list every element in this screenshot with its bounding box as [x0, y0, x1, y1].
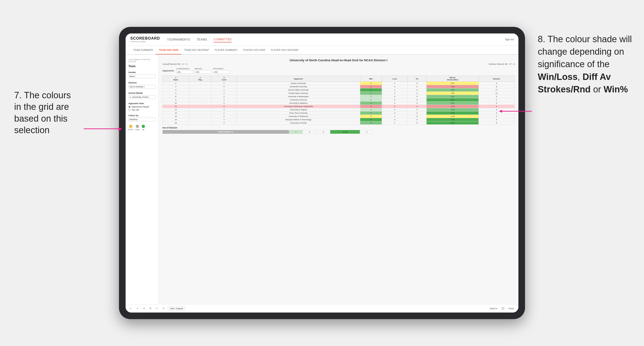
cell-rounds: 9	[478, 121, 514, 125]
cell-rounds: 17	[478, 88, 514, 92]
cell-win: 1	[360, 95, 382, 98]
dot-green	[142, 125, 145, 128]
radio-opponents-played[interactable]: Opponents Played	[128, 106, 156, 108]
gender-select[interactable]: Men's	[128, 74, 156, 78]
watch-btn[interactable]: Watch ▾	[488, 307, 499, 310]
nav-teams[interactable]: TEAMS	[197, 37, 207, 42]
col-conf: #Conf	[211, 76, 236, 82]
region-select[interactable]: (All)	[195, 70, 211, 74]
sidebar-team-section: Team	[128, 65, 156, 68]
tab-player-summary[interactable]: PLAYER SUMMARY	[212, 46, 240, 54]
nav-committee[interactable]: COMMITTEE	[214, 37, 232, 42]
cell-conf: 2	[211, 95, 236, 98]
clock-btn[interactable]: ⏱	[161, 307, 166, 310]
division-select[interactable]: NCAA Division I	[128, 85, 156, 89]
cell-loss: 1	[382, 82, 408, 85]
cell-rounds: 9	[478, 118, 514, 121]
cell-conf: 2	[211, 121, 236, 125]
cell-opponent: Florida State University	[236, 92, 360, 95]
conference-select[interactable]: (All)	[176, 70, 193, 74]
comment-btn[interactable]: 💬	[500, 307, 506, 310]
table-row: 3 2 Vanderbilt University 0 4 0 -2.29 8	[163, 85, 515, 88]
filter-row: Opponents: Conference (All) Region (All)	[162, 68, 515, 74]
cell-diff: 2.61	[426, 102, 478, 105]
radio-top-100[interactable]: Top 100	[128, 109, 156, 111]
nav-tournaments[interactable]: TOURNAMENTS	[167, 37, 190, 42]
table-row: 12 3 University of Virginia 1 0 0 2.33 3	[163, 108, 515, 112]
refresh-btn[interactable]: ↺	[142, 307, 146, 310]
grid-area: University of North Carolina Head-to-Hea…	[159, 55, 518, 304]
redo-btn[interactable]: ↪	[135, 307, 140, 310]
cell-loss: 0	[382, 102, 408, 105]
cell-tie: 0	[408, 105, 426, 108]
tab-player-h2h-heatmap[interactable]: PLAYER H2H HEATMAP	[268, 46, 302, 54]
cell-reg: -	[189, 98, 212, 102]
cell-conf: 3	[211, 108, 236, 112]
cell-tie: 0	[408, 121, 426, 125]
cell-conf: 1	[211, 88, 236, 92]
view-label[interactable]: View: Original	[168, 307, 185, 310]
opponent-label: Opponent	[213, 68, 230, 70]
colour-select[interactable]: Win/loss	[128, 118, 156, 121]
color-down: Down	[128, 125, 133, 131]
opponent-select[interactable]: (All)	[213, 70, 230, 74]
col-rounds: Rounds	[478, 76, 514, 82]
cell-rank: 14	[163, 115, 189, 118]
cell-diff: 6.62	[426, 121, 478, 125]
cell-diff: 1.67	[426, 82, 478, 85]
sidebar-opponent-section: Opponent View Opponents Played Top 100	[128, 102, 156, 111]
cell-reg	[189, 115, 212, 118]
col-tie: Tie	[408, 76, 426, 82]
cell-loss: 0	[382, 98, 408, 102]
cell-opponent: Auburn University	[236, 82, 360, 85]
table-row: 14 2 University of Oklahoma 0 1 0 -1.00 …	[163, 115, 515, 118]
tab-player-h2h-grid[interactable]: PLAYER H2H GRID	[240, 46, 268, 54]
undo-btn[interactable]: ↩	[128, 307, 133, 310]
radio-selected-icon	[128, 106, 130, 108]
annotation-step-right: 8.	[538, 34, 545, 44]
cell-tie: 0	[408, 112, 426, 115]
share-btn[interactable]: Share	[507, 307, 516, 310]
nav-links: TOURNAMENTS TEAMS COMMITTEE	[167, 37, 505, 42]
top-nav: SCOREBOARD Powered by clippd TOURNAMENTS…	[126, 33, 518, 46]
radio-unselected-icon	[128, 109, 130, 111]
school-select[interactable]: 1. University of Nort...	[128, 95, 156, 99]
color-level: Level	[135, 125, 140, 131]
cell-loss: 1	[382, 88, 408, 92]
copy-btn[interactable]: ⧉	[148, 306, 152, 310]
cell-conf: 4	[211, 118, 236, 121]
tab-team-h2h-heatmap[interactable]: TEAM H2H HEATMAP	[181, 46, 212, 54]
cell-conf: 6	[211, 105, 236, 108]
cell-tie: 0	[408, 102, 426, 105]
cell-loss: 1	[382, 105, 408, 108]
cell-win: 0	[360, 85, 382, 88]
table-row: 8 2 University of Washington 1 0 0 3.67 …	[163, 95, 515, 98]
toolbar-right: Watch ▾ 💬 Share	[488, 307, 516, 310]
sidebar-opponent-view-label: Opponent View	[128, 102, 156, 105]
cell-rounds: 3	[478, 95, 514, 98]
opponent-filter: Opponent (All)	[213, 68, 230, 74]
cell-rounds: 3	[478, 115, 514, 118]
tab-team-summary[interactable]: TEAM SUMMARY	[130, 46, 156, 54]
conference-filter: Conference (All)	[176, 68, 193, 74]
sidebar-division-label: Division	[128, 82, 156, 84]
cell-rank: 13	[163, 112, 189, 115]
cell-rounds: 2	[478, 98, 514, 102]
cell-diff: 5.56	[426, 112, 478, 115]
sidebar-colour-section: Colour by Win/loss	[128, 114, 156, 121]
sign-out-link[interactable]: Sign out	[505, 38, 514, 41]
cell-tie: 0	[408, 108, 426, 112]
cell-opponent: University of Arizona	[236, 98, 360, 102]
cell-opponent: University of Florida	[236, 121, 360, 125]
cell-loss: 0	[382, 108, 408, 112]
tab-team-h2h-grid[interactable]: TEAM H2H GRID	[156, 46, 181, 54]
bottom-toolbar: ↩ ↪ ↺ ⧉ ✂ ⏱ View: Original Watch ▾ 💬 Sha…	[126, 304, 518, 313]
annotation-text-right: The colour shade will change depending o…	[538, 34, 632, 94]
cell-conf: 2	[211, 115, 236, 118]
cell-win: 4	[360, 92, 382, 95]
cut-btn[interactable]: ✂	[154, 307, 159, 310]
out-div-tie: 0	[316, 130, 330, 134]
out-div-rounds: 3	[360, 130, 374, 134]
col-loss: Loss	[382, 76, 408, 82]
annotation-left: 7. The colours in the grid are based on …	[14, 90, 80, 136]
